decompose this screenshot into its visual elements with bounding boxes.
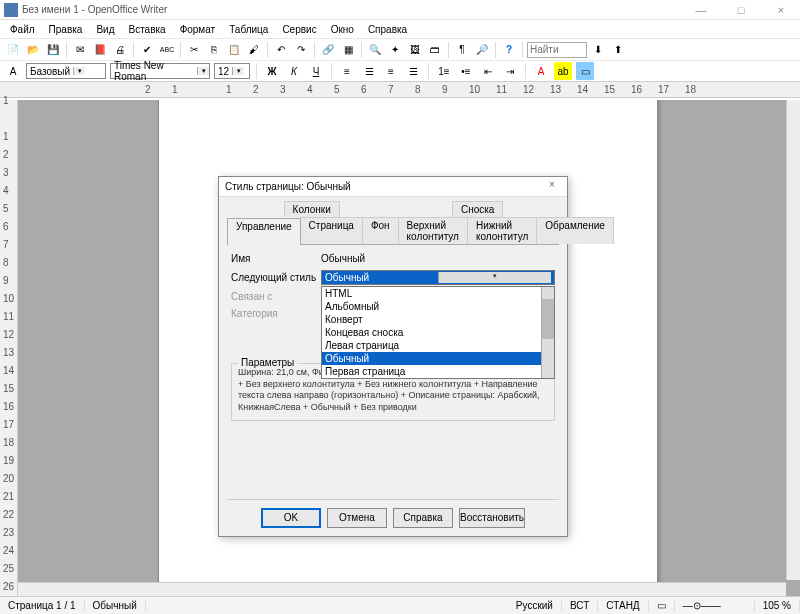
bold-button[interactable]: Ж <box>263 62 281 80</box>
dropdown-option-landscape[interactable]: Альбомный <box>322 300 554 313</box>
zoom-icon[interactable]: 🔎 <box>473 41 491 59</box>
status-slider[interactable]: —⊙—— <box>675 600 755 611</box>
align-left-icon[interactable]: ≡ <box>338 62 356 80</box>
tab-columns[interactable]: Колонки <box>284 201 340 217</box>
mail-icon[interactable]: ✉ <box>71 41 89 59</box>
nonprint-icon[interactable]: ¶ <box>453 41 471 59</box>
status-mode[interactable]: СТАНД <box>598 600 648 611</box>
help-button[interactable]: Справка <box>393 508 453 528</box>
separator <box>448 42 449 58</box>
search-input[interactable] <box>527 42 587 58</box>
menu-help[interactable]: Справка <box>362 23 413 36</box>
tab-footnote[interactable]: Сноска <box>452 201 503 217</box>
bgcolor-icon[interactable]: ▭ <box>576 62 594 80</box>
styles-icon[interactable]: A <box>4 62 22 80</box>
menu-format[interactable]: Формат <box>174 23 222 36</box>
reset-button[interactable]: Восстановить <box>459 508 525 528</box>
status-page: Страница 1 / 1 <box>0 600 85 611</box>
menu-edit[interactable]: Правка <box>43 23 89 36</box>
chevron-down-icon: ▾ <box>438 272 552 283</box>
print-icon[interactable]: 🖨 <box>111 41 129 59</box>
window-minimize-button[interactable]: — <box>686 4 716 16</box>
undo-icon[interactable]: ↶ <box>272 41 290 59</box>
separator <box>66 42 67 58</box>
outdent-icon[interactable]: ⇤ <box>479 62 497 80</box>
copy-icon[interactable]: ⎘ <box>205 41 223 59</box>
table-icon[interactable]: ▦ <box>339 41 357 59</box>
new-doc-icon[interactable]: 📄 <box>4 41 22 59</box>
tab-borders[interactable]: Обрамление <box>536 217 614 244</box>
menu-tools[interactable]: Сервис <box>276 23 322 36</box>
tab-footer[interactable]: Нижний колонтитул <box>467 217 537 244</box>
numbered-list-icon[interactable]: 1≡ <box>435 62 453 80</box>
next-style-label: Следующий стиль <box>231 272 321 283</box>
underline-button[interactable]: Ч <box>307 62 325 80</box>
search-down-icon[interactable]: ⬇ <box>589 41 607 59</box>
page-style-dialog: Стиль страницы: Обычный × Колонки Сноска… <box>218 176 568 537</box>
status-style[interactable]: Обычный <box>85 600 146 611</box>
spellcheck-icon[interactable]: ✔ <box>138 41 156 59</box>
menu-table[interactable]: Таблица <box>223 23 274 36</box>
ok-button[interactable]: OK <box>261 508 321 528</box>
dropdown-list: HTML Альбомный Конверт Концевая сноска Л… <box>321 286 555 379</box>
status-lang[interactable]: Русский <box>508 600 562 611</box>
status-insert[interactable]: ВСТ <box>562 600 598 611</box>
tab-background[interactable]: Фон <box>362 217 399 244</box>
menu-file[interactable]: Файл <box>4 23 41 36</box>
dropdown-option-envelope[interactable]: Конверт <box>322 313 554 326</box>
style-combo[interactable]: Базовый▾ <box>26 63 106 79</box>
find-icon[interactable]: 🔍 <box>366 41 384 59</box>
pdf-icon[interactable]: 📕 <box>91 41 109 59</box>
bullet-list-icon[interactable]: •≡ <box>457 62 475 80</box>
dropdown-option-firstpage[interactable]: Первая страница <box>322 365 554 378</box>
dialog-buttons: OK Отмена Справка Восстановить <box>227 499 559 536</box>
dropdown-option-endnote[interactable]: Концевая сноска <box>322 326 554 339</box>
align-justify-icon[interactable]: ☰ <box>404 62 422 80</box>
paste-icon[interactable]: 📋 <box>225 41 243 59</box>
dropdown-option-html[interactable]: HTML <box>322 287 554 300</box>
menu-window[interactable]: Окно <box>325 23 360 36</box>
status-view-icon[interactable]: ▭ <box>649 600 675 611</box>
separator <box>331 63 332 79</box>
italic-button[interactable]: К <box>285 62 303 80</box>
navigator-icon[interactable]: ✦ <box>386 41 404 59</box>
separator <box>428 63 429 79</box>
menu-view[interactable]: Вид <box>90 23 120 36</box>
abc-icon[interactable]: ABC <box>158 41 176 59</box>
menu-insert[interactable]: Вставка <box>122 23 171 36</box>
redo-icon[interactable]: ↷ <box>292 41 310 59</box>
format-paint-icon[interactable]: 🖌 <box>245 41 263 59</box>
separator <box>361 42 362 58</box>
save-icon[interactable]: 💾 <box>44 41 62 59</box>
help-icon[interactable]: ? <box>500 41 518 59</box>
open-icon[interactable]: 📂 <box>24 41 42 59</box>
search-up-icon[interactable]: ⬆ <box>609 41 627 59</box>
font-color-icon[interactable]: A <box>532 62 550 80</box>
dropdown-option-leftpage[interactable]: Левая страница <box>322 339 554 352</box>
align-center-icon[interactable]: ☰ <box>360 62 378 80</box>
font-combo[interactable]: Times New Roman▾ <box>110 63 210 79</box>
dropdown-scrollbar[interactable] <box>541 287 554 378</box>
align-right-icon[interactable]: ≡ <box>382 62 400 80</box>
cut-icon[interactable]: ✂ <box>185 41 203 59</box>
tab-header[interactable]: Верхний колонтитул <box>398 217 468 244</box>
dropdown-option-default[interactable]: Обычный <box>322 352 554 365</box>
window-title: Без имени 1 - OpenOffice Writer <box>22 4 686 15</box>
next-style-dropdown[interactable]: Обычный▾ HTML Альбомный Конверт Концевая… <box>321 270 555 285</box>
dialog-close-button[interactable]: × <box>543 179 561 195</box>
status-zoom[interactable]: 105 % <box>755 600 800 611</box>
window-maximize-button[interactable]: □ <box>726 4 756 16</box>
indent-icon[interactable]: ⇥ <box>501 62 519 80</box>
horizontal-scrollbar[interactable] <box>18 582 786 596</box>
hyperlink-icon[interactable]: 🔗 <box>319 41 337 59</box>
window-close-button[interactable]: × <box>766 4 796 16</box>
highlight-icon[interactable]: ab <box>554 62 572 80</box>
cancel-button[interactable]: Отмена <box>327 508 387 528</box>
datasource-icon[interactable]: 🗃 <box>426 41 444 59</box>
gallery-icon[interactable]: 🖼 <box>406 41 424 59</box>
tab-page[interactable]: Страница <box>300 217 363 244</box>
dialog-tabs: Колонки Сноска Управление Страница Фон В… <box>227 201 559 245</box>
vertical-scrollbar[interactable] <box>786 100 800 580</box>
size-combo[interactable]: 12▾ <box>214 63 250 79</box>
tab-organizer[interactable]: Управление <box>227 218 301 245</box>
